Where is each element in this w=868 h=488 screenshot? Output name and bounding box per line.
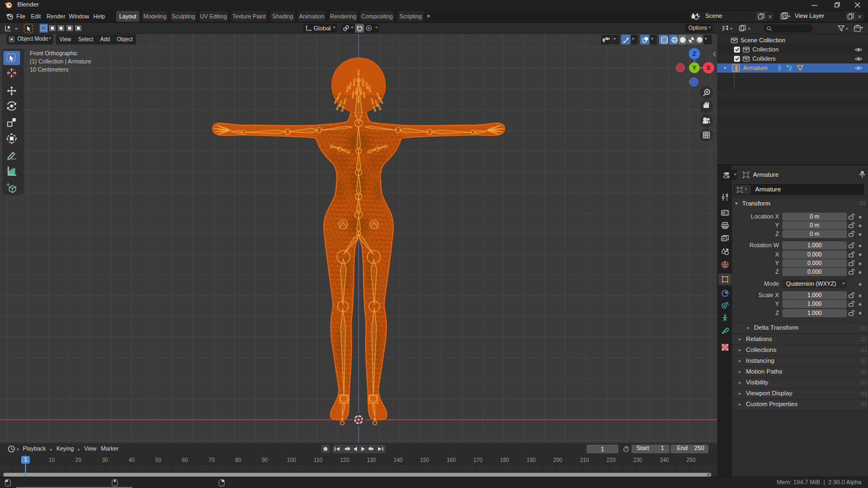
svg-text:X: X [706,65,711,71]
svg-text:Z: Z [693,50,697,57]
svg-text:Y: Y [692,65,697,71]
